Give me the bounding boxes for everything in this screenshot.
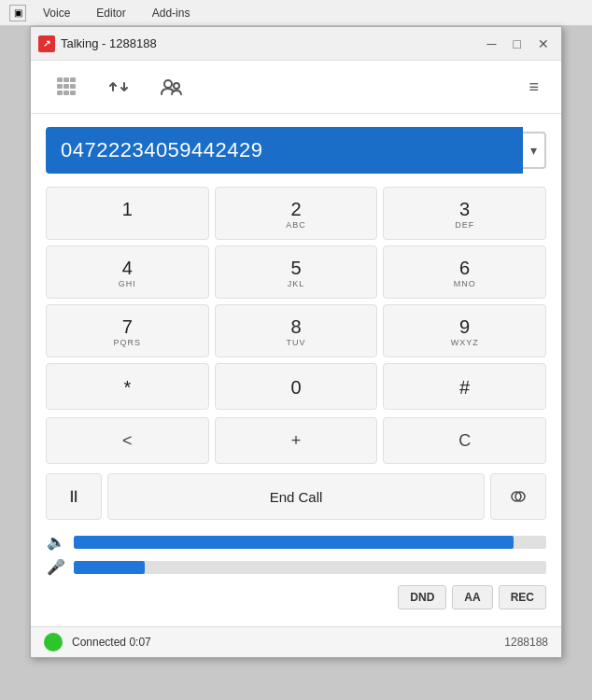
dial-1[interactable]: 1 <box>46 187 209 240</box>
pause-button[interactable]: ⏸ <box>46 473 102 520</box>
phone-input[interactable] <box>46 127 523 174</box>
dial-0[interactable]: 0 <box>215 363 378 410</box>
main-window: ↗ Talking - 1288188 ─ □ ✕ <box>30 26 562 658</box>
dial-7[interactable]: 7 PQRS <box>46 304 209 357</box>
dial-3[interactable]: 3 DEF <box>383 187 546 240</box>
svg-rect-7 <box>63 91 69 95</box>
svg-rect-8 <box>70 91 76 95</box>
svg-rect-6 <box>57 91 63 95</box>
dial-hash[interactable]: # <box>383 363 546 410</box>
record-call-button[interactable] <box>490 473 546 520</box>
window-title: Talking - 1288188 <box>61 36 483 50</box>
window-controls: ─ □ ✕ <box>483 35 554 53</box>
mic-slider-row: 🎤 <box>46 558 546 576</box>
svg-rect-5 <box>70 84 76 89</box>
mic-icon: 🎤 <box>46 558 66 576</box>
dial-2[interactable]: 2 ABC <box>215 187 378 240</box>
menu-editor[interactable]: Editor <box>87 4 134 22</box>
app-logo: ↗ <box>38 35 55 52</box>
menu-addins[interactable]: Add-ins <box>143 4 200 22</box>
main-content: ▾ 1 2 ABC 3 DEF 4 GHI 5 JKL <box>31 114 561 626</box>
aa-button[interactable]: AA <box>452 585 492 609</box>
dialpad-button[interactable] <box>46 66 87 107</box>
status-text: Connected 0:07 <box>72 636 495 649</box>
svg-point-9 <box>164 80 172 88</box>
phone-input-row: ▾ <box>46 127 546 174</box>
maximize-button[interactable]: □ <box>509 35 526 53</box>
close-button[interactable]: ✕ <box>533 35 554 53</box>
svg-rect-3 <box>57 84 63 89</box>
svg-rect-1 <box>63 77 69 82</box>
call-action-row: ⏸ End Call <box>46 473 546 520</box>
record-icon <box>507 485 529 508</box>
dial-4[interactable]: 4 GHI <box>46 245 209 299</box>
dialpad-grid: 1 2 ABC 3 DEF 4 GHI 5 JKL 6 MNO <box>46 187 546 410</box>
logo-icon: ↗ <box>43 38 50 49</box>
action-row: < + C <box>46 417 546 464</box>
status-bar: Connected 0:07 1288188 <box>31 626 561 657</box>
speaker-icon: 🔈 <box>46 533 66 551</box>
mic-track[interactable] <box>74 561 546 574</box>
end-call-button[interactable]: End Call <box>107 473 485 520</box>
volume-track[interactable] <box>74 536 546 549</box>
status-indicator <box>44 633 63 651</box>
dialpad-icon <box>53 74 79 100</box>
contacts-icon <box>158 74 184 100</box>
transfer-icon <box>106 74 132 100</box>
svg-point-10 <box>174 83 179 89</box>
title-bar: ↗ Talking - 1288188 ─ □ ✕ <box>31 27 561 61</box>
volume-slider-row: 🔈 <box>46 533 546 551</box>
pause-icon: ⏸ <box>65 487 82 507</box>
volume-fill <box>74 536 514 549</box>
minimize-button[interactable]: ─ <box>483 35 501 53</box>
svg-rect-2 <box>70 77 76 82</box>
contacts-button[interactable] <box>150 66 191 107</box>
status-number: 1288188 <box>504 636 548 649</box>
menu-button[interactable]: ≡ <box>521 72 546 103</box>
dnd-button[interactable]: DND <box>398 585 446 609</box>
transfer-button[interactable] <box>98 66 139 107</box>
menu-voice[interactable]: Voice <box>34 4 79 22</box>
svg-rect-4 <box>63 84 69 89</box>
dial-8[interactable]: 8 TUV <box>215 304 378 357</box>
dial-star[interactable]: * <box>46 363 209 410</box>
phone-dropdown-button[interactable]: ▾ <box>523 132 546 169</box>
dial-9[interactable]: 9 WXYZ <box>383 304 546 357</box>
app-menu-bar: ▣ Voice Editor Add-ins <box>0 0 592 26</box>
clear-button[interactable]: C <box>383 417 546 464</box>
bottom-buttons: DND AA REC <box>46 585 546 609</box>
toolbar: ≡ <box>31 61 561 114</box>
backspace-button[interactable]: < <box>46 417 209 464</box>
dial-6[interactable]: 6 MNO <box>383 245 546 299</box>
plus-button[interactable]: + <box>215 417 378 464</box>
svg-rect-0 <box>57 77 63 82</box>
rec-button[interactable]: REC <box>499 585 546 609</box>
mic-fill <box>74 561 145 574</box>
dial-5[interactable]: 5 JKL <box>215 245 378 299</box>
app-icon: ▣ <box>9 5 26 21</box>
